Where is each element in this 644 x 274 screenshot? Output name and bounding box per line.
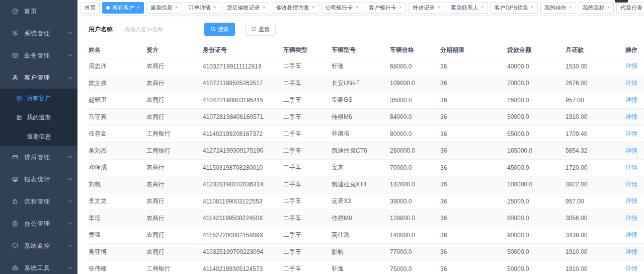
close-icon[interactable]: × <box>607 5 610 10</box>
detail-link[interactable]: 详情 <box>625 130 637 137</box>
cell-vehicle-type: 二手车 <box>283 210 332 227</box>
cell-capital: 工商银行 <box>146 143 203 160</box>
cell-capital: 农商行 <box>146 109 203 126</box>
close-icon[interactable]: × <box>437 5 440 10</box>
tab-公司银行卡[interactable]: 公司银行卡 × <box>321 2 362 14</box>
detail-link[interactable]: 详情 <box>625 96 637 103</box>
sidebar-item-系统管理[interactable]: 系统管理 <box>0 22 77 44</box>
cell-vehicle-type: 二手车 <box>283 176 332 193</box>
cell-vehicle-price: 68000.0 <box>390 58 440 75</box>
cell-name: 周志洋 <box>89 58 146 75</box>
chevron-down-icon <box>68 155 72 158</box>
detail-link[interactable]: 详情 <box>625 248 637 255</box>
sidebar-item-系统工具[interactable]: 系统工具 <box>0 257 77 274</box>
table-row: 张伟峰 工商银行 411402199305124573 二手车 轩逸 75000… <box>89 260 644 274</box>
cell-id-number: 411081199003122553 <box>203 193 283 210</box>
detail-link[interactable]: 详情 <box>625 147 637 154</box>
cell-name: 黄强 <box>89 227 146 244</box>
tab-客户银行卡[interactable]: 客户银行卡 × <box>365 2 406 14</box>
tab-我的流程[interactable]: 我的流程 × <box>579 2 614 14</box>
tab-首页[interactable]: 首页 <box>80 2 100 14</box>
close-icon[interactable]: × <box>399 5 402 10</box>
tab-贷后催收记录[interactable]: 贷后催收记录 × <box>223 2 270 14</box>
cell-vehicle-price: 80000.0 <box>390 125 440 143</box>
cell-vehicle-type: 二手车 <box>283 159 332 176</box>
sidebar-item-报表统计[interactable]: 报表统计 <box>0 168 77 190</box>
cell-vehicle-price: 77000.0 <box>390 244 440 261</box>
cell-vehicle-price: 142000.0 <box>390 176 440 193</box>
close-icon[interactable]: × <box>481 5 484 10</box>
cell-loan-amount: 50000.0 <box>507 260 566 274</box>
sidebar-item-客户管理[interactable]: 客户管理 <box>0 66 77 89</box>
sidebar-subitem-所有客户[interactable]: 所有客户 <box>0 89 77 108</box>
detail-link[interactable]: 详情 <box>625 80 637 87</box>
reset-button[interactable]: 重置 <box>245 23 276 36</box>
sidebar-subitem-逾期信息[interactable]: 逾期信息 <box>0 127 77 146</box>
sidebar-item-办公管理[interactable]: 办公管理 <box>0 213 77 235</box>
tab-订单详情[interactable]: 订单详情 × <box>185 2 220 14</box>
cell-action: 详情 <box>625 193 644 210</box>
detail-link[interactable]: 详情 <box>625 265 637 272</box>
close-icon[interactable]: × <box>311 5 314 10</box>
cell-name: 吴亚博 <box>89 244 146 261</box>
tab-label: 客户银行卡 <box>369 4 396 12</box>
cell-loan-amount: 100000.0 <box>507 176 566 193</box>
tab-label: 我的流程 <box>583 4 605 12</box>
column-header: 车辆价格 <box>390 43 440 58</box>
cell-vehicle-type: 二手车 <box>283 58 332 75</box>
tab-代签任务[interactable]: 代签任务 × <box>616 2 644 14</box>
sidebar-item-系统监控[interactable]: 系统监控 <box>0 235 77 257</box>
close-icon[interactable]: × <box>213 5 216 10</box>
detail-link[interactable]: 详情 <box>625 164 637 171</box>
tab-紧急联系人[interactable]: 紧急联系人 × <box>447 2 488 14</box>
tab-逾期信息[interactable]: 逾期信息 × <box>146 2 182 14</box>
tab-所有客户[interactable]: 所有客户 × <box>102 2 144 14</box>
detail-link[interactable]: 详情 <box>625 181 637 188</box>
cell-term: 36 <box>440 58 507 75</box>
tab-客户GPS信息[interactable]: 客户GPS信息 × <box>491 2 538 14</box>
cell-id-number: 410422198803195415 <box>203 92 283 109</box>
cell-monthly-payment: 3439.00 <box>566 227 625 244</box>
cell-action: 详情 <box>625 58 644 75</box>
cell-capital: 农商行 <box>146 75 203 92</box>
column-header: 分期期限 <box>440 43 507 58</box>
detail-link[interactable]: 详情 <box>625 231 637 238</box>
sidebar-item-流程管理[interactable]: 流程管理 <box>0 190 77 213</box>
sidebar-item-业务管理[interactable]: 业务管理 <box>0 44 77 66</box>
cell-vehicle-type: 二手车 <box>283 244 332 261</box>
cell-name: 吴刘杰 <box>89 143 146 160</box>
sidebar-item-icon <box>11 220 19 228</box>
chevron-down-icon <box>68 243 72 247</box>
detail-link[interactable]: 详情 <box>625 62 637 70</box>
close-icon[interactable]: × <box>569 5 572 10</box>
close-icon[interactable]: × <box>137 5 140 10</box>
cell-loan-amount: 50000.0 <box>507 109 566 126</box>
cell-loan-amount: 25000.0 <box>507 193 566 210</box>
main-content: 用户名称 搜索 重置 姓名资方身份证号车辆类型车辆型号车辆价格分期期限贷款金额月… <box>77 16 644 274</box>
tab-label: 代签任务 <box>620 4 642 12</box>
sidebar-item-label: 流程管理 <box>24 197 69 206</box>
detail-link[interactable]: 详情 <box>625 197 637 204</box>
detail-link[interactable]: 详情 <box>625 113 637 120</box>
search-button[interactable]: 搜索 <box>204 23 235 36</box>
cell-vehicle-type: 二手车 <box>283 75 332 92</box>
detail-link[interactable]: 详情 <box>625 215 637 222</box>
close-icon[interactable]: × <box>531 5 534 10</box>
table-row: 李培 农商行 41142119950822450X 二手车 传祺M8 12880… <box>89 210 644 227</box>
cell-capital: 农商行 <box>146 244 203 261</box>
close-icon[interactable]: × <box>263 5 266 10</box>
column-header: 贷款金额 <box>507 43 566 58</box>
tab-我的待办[interactable]: 我的待办 × <box>540 2 576 14</box>
active-dot-icon <box>106 6 110 10</box>
tab-外访记录[interactable]: 外访记录 × <box>409 2 444 14</box>
sidebar-subitem-我的逾期[interactable]: 我的逾期 <box>0 108 77 127</box>
close-icon[interactable]: × <box>355 5 358 10</box>
sidebar-item-贷后管理[interactable]: 贷后管理 <box>0 146 77 168</box>
sidebar-item-icon <box>11 154 19 161</box>
close-icon[interactable]: × <box>175 5 178 10</box>
customer-name-input[interactable] <box>119 23 200 36</box>
sidebar-item-首页[interactable]: 首页 <box>0 0 77 22</box>
tab-催收处理方案[interactable]: 催收处理方案 × <box>272 2 318 14</box>
cell-id-number: 411402199305124573 <box>203 260 283 274</box>
cell-term: 36 <box>440 193 507 210</box>
